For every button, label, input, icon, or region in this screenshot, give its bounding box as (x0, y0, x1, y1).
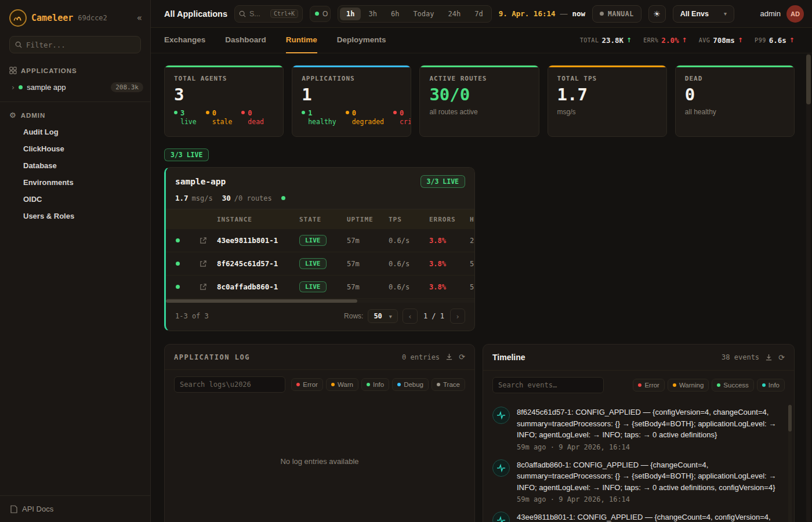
timeline-event[interactable]: 43ee9811b801-1: CONFIG_APPLIED — {change… (492, 512, 782, 522)
timeline-search-input[interactable] (492, 377, 604, 393)
time-range-24h[interactable]: 24h (442, 8, 467, 20)
stat-card-active-routes: ACTIVE ROUTES 30/0 all routes active (419, 65, 539, 137)
sidebar-header: Cameleer 69dcce2 « (0, 0, 150, 35)
page-title: All Applications (164, 9, 227, 19)
card-accent-bar (420, 66, 538, 67)
filter-chip-success[interactable]: Success (712, 379, 753, 392)
live-badge: LIVE (299, 281, 327, 292)
log-search-input[interactable] (174, 376, 285, 393)
tab-exchanges[interactable]: Exchanges (164, 28, 205, 53)
external-link-icon[interactable] (189, 237, 217, 244)
level-dot (397, 383, 401, 386)
app-live-badge: 3/3 LIVE (420, 175, 465, 188)
online-indicator[interactable]: O (310, 6, 331, 22)
filter-chip-info[interactable]: Info (757, 379, 785, 392)
breakdown-critical: 0criti (393, 109, 411, 126)
refresh-icon[interactable]: ⟳ (459, 353, 465, 361)
chevron-right-icon: › (12, 83, 14, 92)
breakdown-live: 3live (174, 109, 197, 126)
stat-p99: P99 6.6s ↑ (755, 36, 795, 45)
refresh-icon[interactable]: ⟳ (778, 353, 785, 362)
applications-grid-icon (9, 67, 17, 74)
sidebar-collapse-button[interactable]: « (137, 13, 142, 23)
sidebar-item-oidc[interactable]: OIDC (0, 191, 150, 208)
sidebar-item-audit-log[interactable]: Audit Log (0, 124, 150, 140)
filter-chip-warn[interactable]: Warn (326, 378, 358, 391)
timeline-title: Timeline (492, 353, 525, 362)
rows-per-page-select[interactable]: 50 ▾ (368, 309, 397, 323)
tab-bar: Exchanges Dashboard Runtime Deployments … (151, 28, 812, 53)
sidebar-item-clickhouse[interactable]: ClickHouse (0, 140, 150, 157)
filter-chip-error[interactable]: Error (291, 378, 323, 391)
time-range-1h[interactable]: 1h (340, 8, 361, 20)
sidebar-item-users-roles[interactable]: Users & Roles (0, 208, 150, 224)
environment-select[interactable]: All Envs ▾ (673, 5, 734, 23)
app-tps-value: 1.7 (175, 194, 188, 202)
rows-per-page-label: Rows: (344, 312, 363, 320)
download-icon[interactable] (445, 353, 453, 361)
online-label: O (322, 10, 328, 18)
app-count-badge: 208.3k (111, 82, 143, 92)
filter-chip-warning[interactable]: Warning (668, 379, 709, 392)
download-icon[interactable] (765, 354, 773, 361)
tab-dashboard[interactable]: Dashboard (225, 28, 266, 53)
time-range-7d[interactable]: 7d (468, 8, 489, 20)
next-page-button[interactable]: › (450, 309, 465, 324)
tab-deployments[interactable]: Deployments (337, 28, 386, 53)
table-row-instance-1[interactable]: 43ee9811b801-1 LIVE 57m 0.6/s 3.8% 2 (166, 229, 474, 252)
breakdown-degraded: 0degraded (346, 109, 384, 126)
sidebar-item-sample-app[interactable]: › sample app 208.3k (0, 78, 150, 96)
event-text: 8c0affadb860-1: CONFIG_APPLIED — {change… (517, 459, 782, 494)
document-icon (10, 505, 17, 513)
app-logo-title: Cameleer (31, 13, 73, 23)
manual-label: MANUAL (608, 10, 634, 18)
content-area: TOTAL AGENTS 3 3live 0stale 0dead APPLIC… (151, 53, 812, 522)
timeline-event-list: 8f6245c61d57-1: CONFIG_APPLIED — {config… (483, 400, 794, 522)
table-row-instance-2[interactable]: 8f6245c61d57-1 LIVE 57m 0.6/s 3.8% 5 (166, 252, 474, 276)
application-log-title: APPLICATION LOG (174, 353, 250, 361)
manual-refresh-button[interactable]: MANUAL (592, 5, 641, 23)
time-range-3h[interactable]: 3h (362, 8, 383, 20)
admin-nav: Audit Log ClickHouse Database Environmen… (0, 124, 150, 224)
external-link-icon[interactable] (189, 260, 217, 267)
theme-toggle-button[interactable]: ☀ (648, 5, 666, 23)
time-range-6h[interactable]: 6h (385, 8, 405, 20)
timeline-event[interactable]: 8c0affadb860-1: CONFIG_APPLIED — {change… (492, 459, 782, 504)
filter-chip-trace[interactable]: Trace (432, 378, 465, 391)
stat-card-applications: APPLICATIONS 1 1healthy 0degraded 0criti (292, 65, 411, 137)
external-link-icon[interactable] (189, 283, 217, 291)
time-window-start[interactable]: 9. Apr. 16:14 (499, 9, 556, 18)
table-row-instance-3[interactable]: 8c0affadb860-1 LIVE 57m 0.6/s 3.8% 5 (166, 276, 474, 299)
filter-chip-debug[interactable]: Debug (392, 378, 429, 391)
page-scrollbar[interactable] (806, 53, 811, 522)
online-status-dot (315, 12, 319, 16)
overview-live-badge: 3/3 LIVE (164, 148, 209, 161)
filter-input[interactable] (26, 41, 135, 49)
card-accent-bar (548, 66, 666, 67)
time-range-today[interactable]: Today (407, 8, 440, 20)
timeline-event-count: 38 events (722, 353, 759, 361)
sidebar-item-database[interactable]: Database (0, 157, 150, 174)
instance-status-dot (176, 238, 180, 242)
avatar[interactable]: AD (786, 5, 804, 23)
api-docs-label: API Docs (22, 505, 53, 513)
time-window-end[interactable]: now (572, 9, 586, 18)
section-admin: ⚙ ADMIN (0, 107, 150, 124)
admin-section-label: ADMIN (21, 112, 46, 119)
application-card-sample-app: sample-app 3/3 LIVE 1.7 msg/s 30 /0 rout… (164, 167, 475, 331)
timeline-event[interactable]: 8f6245c61d57-1: CONFIG_APPLIED — {config… (492, 407, 782, 451)
topbar: All Applications S... Ctrl+K O 1h 3h 6h … (151, 0, 812, 28)
level-dot (331, 383, 335, 386)
prev-page-button[interactable]: ‹ (403, 309, 418, 324)
timeline-scrollbar[interactable] (788, 405, 792, 522)
tab-runtime[interactable]: Runtime (286, 28, 317, 53)
filter-chip-info[interactable]: Info (361, 378, 389, 391)
global-search[interactable]: S... Ctrl+K (234, 5, 303, 23)
log-empty-state: No log entries available (165, 399, 474, 522)
instance-table-header: INSTANCE STATE UPTIME TPS ERRORS H (166, 209, 474, 229)
applications-section-label: APPLICATIONS (21, 67, 77, 74)
sidebar-item-environments[interactable]: Environments (0, 174, 150, 191)
api-docs-link[interactable]: API Docs (0, 495, 150, 522)
arrow-up-icon: ↑ (626, 37, 632, 44)
filter-chip-error[interactable]: Error (633, 379, 665, 392)
